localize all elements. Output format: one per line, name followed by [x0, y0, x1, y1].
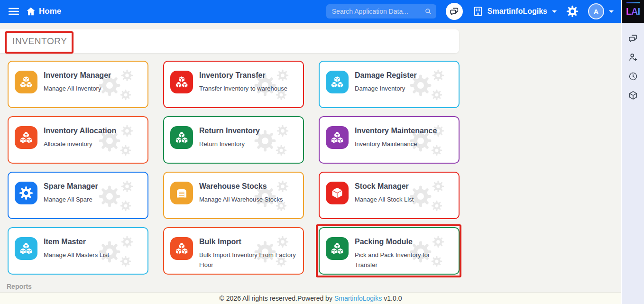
- footer: © 2026 All rights reserved.Powered by Sm…: [0, 292, 621, 304]
- package-icon[interactable]: [628, 90, 638, 101]
- chat-button[interactable]: [446, 3, 463, 20]
- cubes-icon: [326, 237, 349, 260]
- box-icon: [326, 182, 349, 204]
- gear-icon: [15, 182, 37, 204]
- module-card[interactable]: Damage Register Damage Inventory: [319, 61, 460, 108]
- chevron-down-icon: [552, 10, 557, 13]
- module-card-subtitle: Manage All Warehouse Stocks: [199, 195, 296, 205]
- main-content: INVENTORY Inventory Manager Manage All I…: [0, 23, 621, 304]
- footer-brand-link[interactable]: SmartinfoLogiks: [334, 295, 382, 302]
- home-icon: [26, 6, 36, 17]
- reports-section-label: Reports: [7, 283, 32, 290]
- module-card-title: Inventory Maintenance: [355, 127, 452, 135]
- history-icon[interactable]: [628, 71, 638, 82]
- section-header: INVENTORY: [0, 29, 459, 53]
- module-card-subtitle: Manage All Inventory: [44, 84, 141, 94]
- module-card[interactable]: Stock Manager Manage All Stock List: [319, 172, 460, 219]
- version-text: v1.0.0: [384, 295, 402, 302]
- module-card[interactable]: Inventory Maintenance Inventory Maintena…: [319, 116, 460, 164]
- cubes-icon: [15, 126, 37, 149]
- module-card[interactable]: Packing Module Pick and Pack Inventory f…: [319, 227, 460, 275]
- search-box[interactable]: [326, 4, 436, 18]
- gear-icon: [566, 5, 579, 18]
- module-card-subtitle: Pick and Pack Inventory for Transfer: [355, 250, 452, 270]
- module-card-subtitle: Return Inventory: [199, 139, 296, 149]
- cubes-icon: [326, 126, 349, 149]
- user-menu[interactable]: A: [588, 3, 614, 19]
- module-card-title: Damage Register: [355, 71, 452, 80]
- home-button[interactable]: Home: [26, 6, 61, 17]
- chevron-down-icon: [609, 10, 614, 13]
- module-card-title: Packing Module: [355, 238, 452, 246]
- module-card-subtitle: Manage All Stock List: [355, 195, 452, 205]
- module-card-title: Inventory Transfer: [199, 71, 296, 80]
- module-card-subtitle: Manage All Masters List: [44, 250, 141, 260]
- search-icon[interactable]: [424, 7, 432, 16]
- module-card[interactable]: Inventory Transfer Transfer inventory to…: [163, 61, 304, 108]
- page-title: INVENTORY: [12, 36, 67, 46]
- cubes-icon: [326, 71, 349, 93]
- home-label: Home: [39, 7, 61, 16]
- module-card-subtitle: Manage All Spare: [44, 195, 141, 205]
- module-card[interactable]: Item Master Manage All Masters List: [8, 227, 148, 275]
- search-input[interactable]: [332, 8, 424, 15]
- module-card-subtitle: Inventory Maintenance: [355, 139, 452, 149]
- module-card-title: Spare Manager: [44, 182, 141, 191]
- module-card[interactable]: Inventory Allocation Allocate inventory: [8, 116, 148, 164]
- module-card[interactable]: Inventory Manager Manage All Inventory: [8, 61, 148, 108]
- cubes-icon: [15, 237, 37, 260]
- module-card-title: Warehouse Stocks: [199, 182, 296, 191]
- module-card[interactable]: Warehouse Stocks Manage All Warehouse St…: [163, 172, 304, 219]
- warehouse-icon: [170, 182, 193, 204]
- add-user-icon[interactable]: [628, 52, 638, 63]
- module-card[interactable]: Return Inventory Return Inventory: [163, 116, 304, 164]
- right-icon-rail: LAI: [621, 0, 644, 304]
- org-dropdown[interactable]: SmartinfoLogiks: [472, 6, 557, 17]
- cubes-icon: [170, 237, 193, 260]
- module-card-title: Stock Manager: [355, 182, 452, 191]
- module-card[interactable]: Bulk Import Bulk Import Inventory From F…: [163, 227, 304, 275]
- menu-icon[interactable]: [8, 5, 20, 18]
- top-navbar: Home SmartinfoLogiks: [0, 0, 621, 23]
- avatar[interactable]: A: [588, 3, 604, 19]
- module-card-title: Inventory Allocation: [44, 127, 141, 135]
- chat-bubbles-icon: [449, 6, 460, 17]
- module-card-title: Item Master: [44, 238, 141, 246]
- org-label: SmartinfoLogiks: [488, 7, 547, 16]
- module-card-subtitle: Allocate inventory: [44, 139, 141, 149]
- chat-panel-icon[interactable]: [628, 33, 638, 44]
- module-card-subtitle: Bulk Import Inventory From Factory Floor: [199, 250, 296, 270]
- building-icon: [472, 6, 484, 17]
- module-card-title: Inventory Manager: [44, 71, 141, 80]
- lai-logo[interactable]: LAI: [622, 0, 644, 23]
- copyright-text: © 2026 All rights reserved.Powered by: [220, 295, 332, 302]
- module-card[interactable]: Spare Manager Manage All Spare: [8, 172, 148, 219]
- cubes-icon: [170, 126, 193, 149]
- cubes-icon: [170, 71, 193, 93]
- settings-button[interactable]: [566, 5, 579, 18]
- module-grid: Inventory Manager Manage All Inventory I…: [8, 61, 460, 275]
- cubes-icon: [15, 71, 37, 93]
- module-card-subtitle: Transfer inventory to warehouse: [199, 84, 296, 94]
- module-card-subtitle: Damage Inventory: [355, 84, 452, 94]
- module-card-title: Bulk Import: [199, 238, 296, 246]
- module-card-title: Return Inventory: [199, 127, 296, 135]
